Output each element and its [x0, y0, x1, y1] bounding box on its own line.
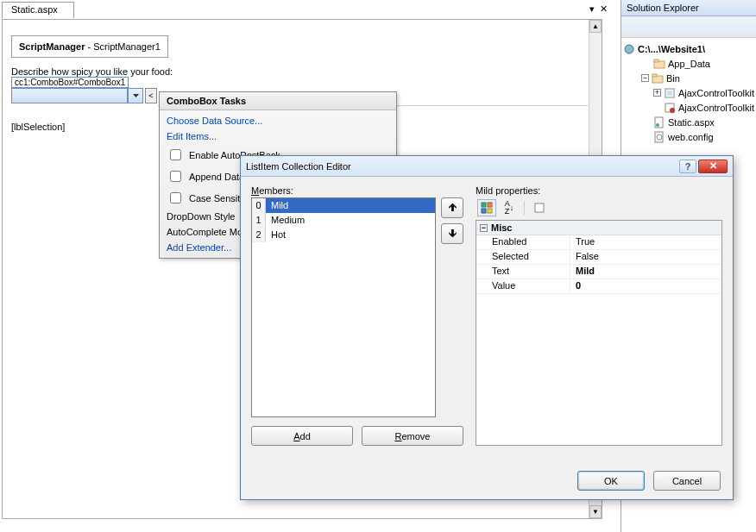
property-value[interactable]: False [570, 250, 721, 264]
chevron-left-icon: < [148, 91, 153, 100]
svg-rect-4 [488, 209, 492, 213]
combobox-dropdown-button[interactable] [128, 88, 143, 103]
aspx-icon [653, 116, 665, 128]
categorized-button[interactable] [477, 199, 496, 216]
svg-rect-23 [652, 74, 657, 77]
config-icon [653, 131, 665, 143]
listitem-collection-editor-dialog: ListItem Collection Editor ? ✕ Members: … [240, 155, 734, 500]
close-icon: ✕ [709, 160, 717, 172]
member-item[interactable]: 2Hot [252, 228, 435, 242]
property-row[interactable]: SelectedFalse [476, 250, 721, 265]
tree-node-label: AjaxControlToolkit [678, 88, 754, 98]
describe-label: Describe how spicy you like your food: [11, 66, 602, 77]
checkbox-input[interactable] [170, 171, 181, 182]
combobox-input[interactable] [11, 88, 128, 103]
svg-rect-5 [535, 203, 544, 212]
member-item[interactable]: 0Mild [252, 198, 435, 213]
nest-related-button[interactable] [663, 19, 680, 34]
alphabetical-button[interactable]: AZ↓ [500, 199, 519, 216]
property-name: Selected [476, 250, 570, 264]
property-pages-button[interactable] [530, 199, 549, 216]
tasks-panel-title: ComboBox Tasks [160, 92, 396, 110]
collapse-icon[interactable]: − [480, 224, 488, 232]
solution-explorer-toolbar: </> [621, 16, 756, 38]
edit-items-link[interactable]: Edit Items... [167, 131, 389, 141]
scriptmanager-control[interactable]: ScriptManager - ScriptManager1 [11, 35, 168, 58]
member-item[interactable]: 1Medium [252, 213, 435, 228]
property-grid-toolbar: AZ↓ [476, 197, 722, 220]
dialog-titlebar[interactable]: ListItem Collection Editor ? ✕ [241, 156, 733, 177]
property-row[interactable]: Value0 [476, 279, 721, 294]
collapse-icon[interactable]: − [641, 74, 649, 82]
document-tab[interactable]: Static.aspx [2, 2, 74, 18]
view-designer-button[interactable] [701, 19, 718, 34]
tree-node[interactable]: web.config [623, 129, 754, 144]
refresh-button[interactable] [644, 19, 661, 34]
scroll-down-icon[interactable]: ▼ [589, 505, 602, 518]
tab-dropdown-icon[interactable]: ▾ [589, 3, 595, 15]
move-down-button[interactable]: 🡳 [441, 223, 463, 244]
cancel-button[interactable]: Cancel [653, 471, 721, 491]
view-code-button[interactable]: </> [682, 19, 699, 34]
smart-tag-button[interactable]: < [145, 88, 157, 103]
properties-button[interactable] [625, 19, 642, 34]
checkbox-input[interactable] [170, 192, 181, 203]
asp-config-button[interactable] [739, 19, 756, 34]
choose-datasource-link[interactable]: Choose Data Source... [167, 116, 389, 126]
member-index: 2 [252, 228, 266, 242]
property-row[interactable]: TextMild [476, 265, 721, 279]
dll-refresh-icon [664, 102, 676, 114]
property-category[interactable]: − Misc [476, 221, 721, 235]
config-icon [740, 0, 755, 91]
members-label: Members: [251, 185, 463, 196]
expand-icon[interactable]: + [653, 89, 661, 97]
member-index: 0 [252, 198, 266, 213]
move-up-button[interactable]: 🡱 [441, 197, 463, 218]
members-listbox[interactable]: 0Mild1Medium2Hot [251, 197, 436, 417]
property-value[interactable]: True [570, 235, 721, 249]
tree-node-label: App_Data [668, 59, 710, 69]
member-index: 1 [252, 213, 266, 228]
properties-label: Mild properties: [476, 185, 722, 196]
dialog-title: ListItem Collection Editor [246, 161, 679, 172]
scriptmanager-label: ScriptManager [19, 41, 85, 52]
tab-controls: ▾ ✕ [589, 3, 608, 15]
categorized-icon [481, 202, 493, 214]
dialog-help-button[interactable]: ? [679, 160, 696, 173]
folder-icon [652, 72, 664, 84]
property-row[interactable]: EnabledTrue [476, 235, 721, 250]
dialog-close-button[interactable]: ✕ [698, 160, 728, 173]
svg-point-19 [625, 45, 633, 53]
property-value[interactable]: Mild [570, 265, 721, 279]
scroll-up-icon[interactable]: ▲ [589, 20, 602, 33]
root-label: C:\...\Website1\ [638, 44, 705, 54]
property-grid[interactable]: − Misc EnabledTrueSelectedFalseTextMildV… [476, 220, 722, 446]
folder-icon [653, 58, 665, 70]
property-value[interactable]: 0 [570, 279, 721, 293]
arrow-down-icon: 🡳 [448, 228, 457, 239]
member-name: Mild [266, 198, 435, 213]
scriptmanager-id: - ScriptManager1 [85, 41, 160, 52]
tree-node-label: Bin [666, 73, 680, 84]
property-name: Enabled [476, 235, 570, 249]
tree-node[interactable]: AjaxControlToolkit [623, 100, 754, 115]
tree-node-label: web.config [668, 132, 714, 142]
add-button[interactable]: Add [251, 426, 353, 446]
copy-website-button[interactable] [720, 19, 737, 34]
tree-node[interactable]: Static.aspx [623, 115, 754, 129]
svg-rect-2 [488, 203, 492, 207]
svg-rect-21 [654, 59, 658, 62]
ok-button[interactable]: OK [577, 471, 645, 491]
document-tab-bar: Static.aspx ▾ ✕ [2, 2, 614, 19]
tab-close-icon[interactable]: ✕ [600, 3, 608, 15]
member-name: Hot [266, 228, 435, 242]
property-name: Value [476, 279, 570, 293]
svg-rect-1 [482, 203, 486, 207]
dll-icon [664, 87, 676, 99]
arrow-up-icon: 🡱 [448, 203, 457, 213]
tree-node[interactable]: +AjaxControlToolkit [623, 85, 754, 100]
combobox-tag-label: cc1:ComboBox#ComboBox1 [11, 77, 129, 88]
remove-button[interactable]: Remove [362, 426, 463, 446]
checkbox-input[interactable] [170, 149, 181, 160]
property-name: Text [476, 265, 570, 279]
